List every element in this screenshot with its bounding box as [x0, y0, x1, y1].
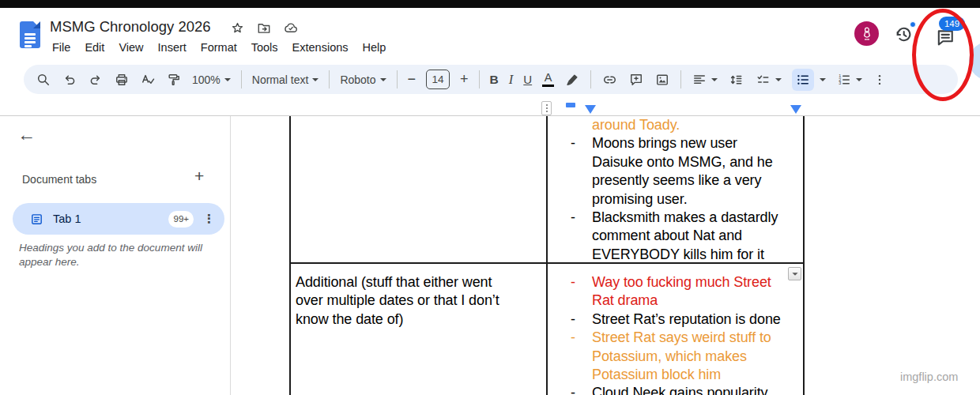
dash-bullet: - — [571, 329, 575, 347]
search-menus-button[interactable] — [36, 70, 51, 90]
numbered-list-icon: 1 2 3 — [836, 72, 852, 88]
ruler-indent-bar[interactable] — [566, 103, 575, 107]
cell-dropdown-button[interactable] — [788, 267, 801, 280]
highlight-color-button[interactable] — [564, 70, 580, 90]
insert-link-button[interactable] — [601, 70, 618, 90]
line-spacing-icon — [728, 72, 744, 88]
zoom-select[interactable]: 100% — [192, 70, 231, 90]
chevron-down-icon — [224, 78, 231, 81]
add-comment-icon — [628, 72, 644, 88]
line-spacing-button[interactable] — [728, 70, 744, 90]
imgflip-watermark: imgflip.com — [900, 371, 958, 383]
paint-format-button[interactable] — [166, 70, 182, 90]
penguin-icon — [858, 25, 876, 43]
list-item: -Cloud Neek gains popularity — [546, 384, 803, 395]
list-item: -around Toady. — [546, 116, 803, 134]
menu-item-tools[interactable]: Tools — [244, 40, 285, 55]
dash-bullet: - — [571, 310, 575, 329]
chevron-down-icon — [856, 78, 862, 81]
paint-roller-icon — [166, 72, 182, 88]
table-column-grip[interactable] — [541, 101, 552, 115]
dash-bullet: - — [571, 134, 575, 152]
toolbar-divider — [397, 70, 398, 88]
dash-bullet: - — [571, 273, 575, 292]
italic-button[interactable]: I — [509, 70, 514, 90]
increase-font-size-button[interactable]: + — [460, 70, 469, 90]
undo-icon — [62, 72, 77, 88]
add-comment-button[interactable] — [628, 70, 644, 90]
menu-item-help[interactable]: Help — [356, 40, 394, 55]
bulleted-list-icon — [795, 72, 811, 88]
image-icon — [654, 72, 670, 88]
document-canvas[interactable]: -around Toady.-Moons brings new user Dai… — [0, 115, 980, 395]
paragraph-style-select[interactable]: Normal text — [252, 70, 319, 90]
spellcheck-button[interactable] — [140, 70, 156, 90]
undo-button[interactable] — [62, 70, 77, 90]
menu-item-edit[interactable]: Edit — [77, 40, 111, 55]
font-size-input[interactable]: 14 — [426, 70, 450, 89]
list-item: -Street Rat says weird stuff to Potassiu… — [546, 329, 803, 384]
checklist-icon — [755, 72, 771, 88]
align-button[interactable] — [692, 70, 718, 90]
formatting-toolbar: 100% Normal text Roboto − 14 + B I U A — [24, 65, 958, 94]
menu-item-extensions[interactable]: Extensions — [285, 40, 356, 55]
list-item: -Way too fucking much Street Rat drama — [546, 273, 803, 310]
print-icon — [114, 72, 130, 88]
more-vert-icon — [873, 72, 887, 88]
list-item-text: Moons brings new user Daisuke onto MSMG,… — [592, 135, 773, 206]
chevron-down-icon — [792, 273, 797, 276]
list-item-text: Way too fucking much Street Rat drama — [592, 274, 771, 308]
font-select[interactable]: Roboto — [340, 70, 386, 90]
text-color-button[interactable]: A — [542, 70, 554, 90]
list-item-text: Blacksmith makes a dastardly comment abo… — [592, 209, 778, 261]
menu-item-file[interactable]: File — [45, 40, 77, 55]
google-docs-logo-icon[interactable] — [20, 21, 40, 48]
move-to-folder-icon[interactable] — [256, 21, 272, 39]
list-item-text: Street Rat says weird stuff to Potassium… — [592, 329, 771, 382]
dash-bullet: - — [571, 209, 575, 227]
cloud-saved-icon[interactable] — [282, 21, 300, 39]
bold-button[interactable]: B — [490, 70, 499, 90]
text-color-icon: A — [542, 72, 554, 88]
list-item: -Blacksmith makes a dastardly comment ab… — [546, 209, 803, 261]
cell-text: Additional (stuff that either went over … — [296, 273, 538, 329]
decrease-font-size-button[interactable]: − — [408, 70, 416, 90]
checklist-button[interactable] — [755, 70, 782, 90]
ruler-indent-marker[interactable] — [790, 105, 801, 114]
highlighter-icon — [564, 72, 580, 88]
screenshot-top-strip — [0, 0, 980, 8]
zoom-value: 100% — [192, 73, 220, 86]
ruler-indent-marker[interactable] — [585, 105, 596, 114]
more-options-button[interactable] — [873, 70, 887, 90]
underline-button[interactable]: U — [523, 70, 532, 90]
align-left-icon — [692, 72, 707, 88]
user-avatar[interactable] — [854, 21, 879, 46]
list-item-text: Street Rat’s reputation is done — [592, 311, 781, 327]
notification-dot — [910, 21, 916, 28]
menu-item-insert[interactable]: Insert — [151, 40, 194, 55]
document-title[interactable]: MSMG Chronology 2026 — [50, 18, 211, 36]
menu-bar: FileEditViewInsertFormatToolsExtensionsH… — [45, 40, 393, 55]
star-icon[interactable] — [230, 21, 245, 39]
app-header: MSMG Chronology 2026 FileEditViewInsertF… — [0, 8, 980, 115]
menu-item-view[interactable]: View — [111, 40, 150, 55]
link-icon — [601, 72, 618, 88]
table-cell[interactable]: -Way too fucking much Street Rat drama-S… — [546, 264, 803, 395]
chevron-down-icon[interactable] — [820, 78, 826, 81]
font-value: Roboto — [340, 73, 375, 86]
table-border — [803, 116, 805, 395]
toolbar-divider — [590, 70, 591, 88]
list-item: -Street Rat’s reputation is done — [546, 310, 803, 329]
bulleted-list-button[interactable] — [792, 69, 814, 91]
toolbar-divider — [241, 70, 242, 88]
search-icon — [36, 72, 51, 88]
menu-item-format[interactable]: Format — [194, 40, 244, 55]
numbered-list-button[interactable]: 1 2 3 — [836, 70, 862, 90]
table-cell[interactable]: -around Toady.-Moons brings new user Dai… — [546, 115, 803, 261]
print-button[interactable] — [114, 70, 130, 90]
dash-bullet: - — [571, 384, 575, 395]
table-cell[interactable]: Additional (stuff that either went over … — [291, 264, 545, 395]
toolbar-divider — [680, 70, 681, 88]
redo-button[interactable] — [88, 70, 104, 90]
insert-image-button[interactable] — [654, 70, 670, 90]
